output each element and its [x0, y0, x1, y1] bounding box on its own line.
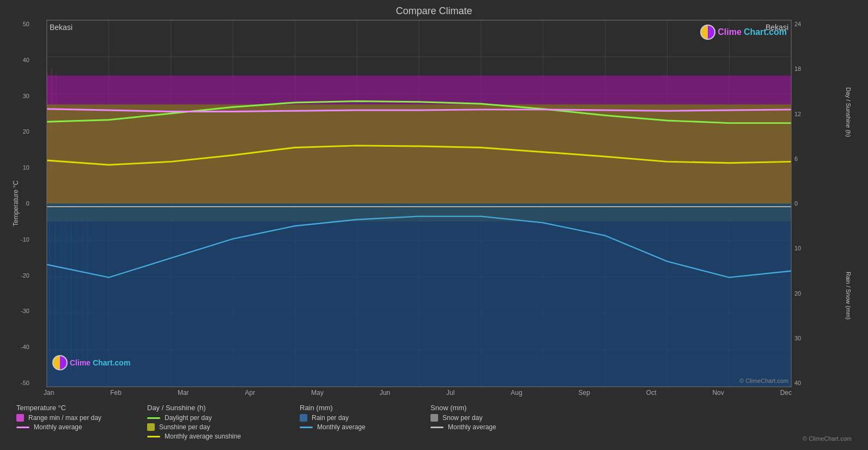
legend-item-rain-range: Rain per day: [300, 414, 420, 422]
copyright-bottom: © ClimeChart.com: [561, 404, 852, 442]
svg-rect-34: [55, 210, 56, 358]
legend-box-temp-range: [16, 414, 24, 422]
watermark: © ClimeChart.com: [739, 377, 788, 384]
r-tick-24: 24: [794, 21, 819, 27]
legend-label-snow-range: Snow per day: [442, 414, 482, 422]
legend-title-temperature: Temperature °C: [16, 404, 136, 412]
legend-title-sunshine: Day / Sunshine (h): [147, 404, 289, 412]
y-tick-40: 40: [23, 57, 29, 63]
logo-clime-bottom: Clime: [70, 358, 90, 367]
legend-item-rain-avg: Monthly average: [300, 423, 420, 431]
y-tick-30: 30: [23, 93, 29, 99]
legend-box-rain-range: [300, 414, 307, 422]
month-aug: Aug: [511, 389, 522, 397]
city-label-left: Bekasi: [50, 23, 72, 32]
y-tick-20: 20: [23, 128, 29, 135]
logo-bottom-left: ClimeChart.com: [52, 355, 130, 370]
right-label-sunshine: Day / Sunshine (h): [819, 87, 852, 137]
legend-item-sunshine-avg: Monthly average sunshine: [147, 433, 289, 440]
legend-label-snow-avg: Monthly average: [448, 423, 496, 431]
month-apr: Apr: [245, 389, 255, 397]
svg-rect-36: [66, 213, 66, 355]
r-tick-12: 12: [794, 111, 819, 117]
legend-label-rain-range: Rain per day: [312, 414, 349, 422]
legend-item-snow-avg: Monthly average: [430, 423, 550, 431]
r-tick-10: 10: [794, 245, 819, 251]
month-jan: Jan: [44, 389, 54, 397]
legend-item-daylight: Daylight per day: [147, 414, 289, 422]
legend-line-sunshine-avg: [147, 436, 160, 437]
r-tick-6: 6: [794, 155, 819, 162]
legend-box-sunshine-range: [147, 423, 155, 431]
legend-label-rain-avg: Monthly average: [317, 423, 366, 431]
svg-rect-40: [87, 206, 88, 363]
x-axis: Jan Feb Mar Apr May Jun Jul Aug Sep Oct …: [44, 387, 792, 398]
legend-line-daylight: [147, 417, 160, 419]
legend-title-snow: Snow (mm): [430, 404, 550, 412]
right-label-rain: Rain / Snow (mm): [819, 272, 852, 320]
y-tick-minus40: -40: [21, 344, 29, 350]
month-jun: Jun: [380, 389, 390, 397]
y-tick-minus10: -10: [21, 236, 29, 243]
page-container: Compare Climate Temperature °C 50 40 30 …: [0, 0, 868, 450]
logo-clime-top: Clime: [718, 27, 742, 37]
legend-item-snow-range: Snow per day: [430, 414, 550, 422]
r-tick-18: 18: [794, 65, 819, 72]
main-chart-svg: [47, 20, 791, 387]
legend-item-temp-range: Range min / max per day: [16, 414, 136, 422]
svg-rect-39: [82, 212, 82, 359]
y-tick-minus50: -50: [21, 380, 29, 386]
y-tick-minus30: -30: [21, 308, 29, 314]
legend-area: Temperature °C Range min / max per day M…: [11, 401, 857, 445]
legend-item-sunshine-range: Sunshine per day: [147, 423, 289, 431]
left-axis: Temperature °C 50 40 30 20 10 0 -10 -20 …: [11, 20, 46, 387]
right-axis: 24 18 12 6 0 10 20 30 40 Day / Sunshine …: [792, 20, 857, 387]
chart-area: Bekasi Bekasi ClimeChart.com ClimeChart.…: [46, 20, 792, 387]
month-mar: Mar: [178, 389, 189, 397]
legend-box-snow-range: [430, 414, 438, 422]
svg-rect-37: [71, 203, 72, 371]
svg-rect-33: [50, 207, 50, 361]
legend-line-temp-avg: [16, 427, 29, 428]
svg-rect-32: [47, 203, 791, 387]
legend-label-sunshine-range: Sunshine per day: [159, 423, 210, 431]
chart-container: Temperature °C 50 40 30 20 10 0 -10 -20 …: [11, 20, 857, 398]
legend-group-temperature: Temperature °C Range min / max per day M…: [16, 404, 136, 442]
logo-chart-bottom: Chart.com: [93, 358, 130, 367]
right-ticks: 24 18 12 6 0 10 20 30 40: [792, 20, 819, 387]
page-title: Compare Climate: [11, 5, 857, 17]
legend-label-temp-avg: Monthly average: [34, 423, 82, 431]
month-may: May: [311, 389, 324, 397]
logo-top-right: ClimeChart.com: [700, 25, 787, 40]
month-nov: Nov: [712, 389, 724, 397]
month-jul: Jul: [446, 389, 454, 397]
right-labels: Day / Sunshine (h) Rain / Snow (mm): [819, 20, 852, 387]
logo-icon-bottom: [52, 355, 68, 370]
svg-rect-35: [60, 206, 61, 367]
svg-rect-38: [76, 208, 77, 362]
left-ticks: 50 40 30 20 10 0 -10 -20 -30 -40 -50: [21, 20, 32, 387]
logo-icon-top: [700, 25, 715, 40]
legend-line-rain-avg: [300, 427, 313, 428]
legend-title-rain: Rain (mm): [300, 404, 420, 412]
y-axis-left-label: Temperature °C: [11, 20, 21, 387]
r-tick-40: 40: [794, 380, 819, 386]
legend-label-temp-range: Range min / max per day: [28, 414, 101, 422]
legend-label-sunshine-avg: Monthly average sunshine: [165, 433, 241, 440]
y-tick-0: 0: [26, 200, 29, 207]
legend-group-sunshine: Day / Sunshine (h) Daylight per day Suns…: [147, 404, 289, 442]
legend-label-daylight: Daylight per day: [165, 414, 212, 422]
r-tick-0: 0: [794, 200, 819, 207]
chart-middle: Temperature °C 50 40 30 20 10 0 -10 -20 …: [11, 20, 857, 387]
month-dec: Dec: [780, 389, 792, 397]
r-tick-30: 30: [794, 335, 819, 341]
legend-group-rain: Rain (mm) Rain per day Monthly average: [300, 404, 420, 442]
legend-group-snow: Snow (mm) Snow per day Monthly average: [430, 404, 550, 442]
y-tick-10: 10: [23, 164, 29, 171]
legend-line-snow-avg: [430, 427, 444, 428]
logo-chart-top: Chart.com: [744, 27, 787, 37]
month-oct: Oct: [646, 389, 657, 397]
legend-item-temp-avg: Monthly average: [16, 423, 136, 431]
month-feb: Feb: [110, 389, 122, 397]
y-tick-50: 50: [23, 21, 29, 27]
